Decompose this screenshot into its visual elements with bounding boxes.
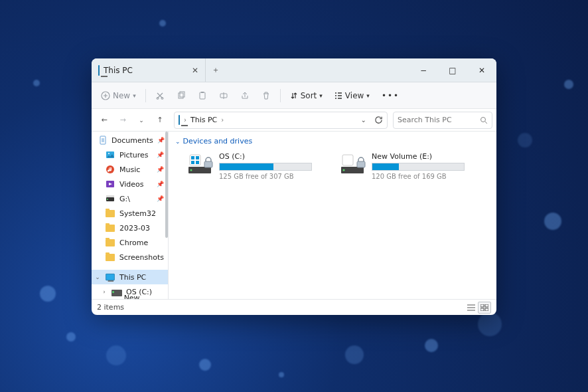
share-button[interactable] bbox=[235, 88, 255, 103]
tab-thispc[interactable]: This PC ✕ bbox=[92, 58, 206, 82]
svg-rect-21 bbox=[196, 156, 199, 159]
back-button[interactable]: ← bbox=[96, 112, 113, 129]
sidebar-item[interactable]: Pictures 📌 bbox=[92, 147, 168, 162]
folder-icon bbox=[105, 208, 115, 219]
sidebar-item[interactable]: Documents 📌 bbox=[92, 133, 168, 147]
svg-rect-24 bbox=[204, 161, 212, 167]
tab-close-icon[interactable]: ✕ bbox=[192, 66, 198, 75]
paste-button[interactable] bbox=[192, 88, 212, 103]
drive-free-text: 120 GB free of 169 GB bbox=[372, 173, 467, 180]
svg-rect-20 bbox=[191, 156, 194, 159]
svg-rect-31 bbox=[480, 308, 484, 311]
explorer-window: This PC ✕ ＋ − □ ✕ New ▾ Sort ▾ bbox=[92, 58, 496, 315]
drive-usage-bar bbox=[372, 163, 465, 171]
plus-circle-icon bbox=[101, 91, 110, 100]
svg-point-8 bbox=[481, 117, 486, 122]
sidebar-item-label: Chrome bbox=[119, 239, 148, 247]
chevron-down-icon[interactable]: ⌄ bbox=[94, 274, 101, 280]
sort-label: Sort bbox=[301, 91, 317, 100]
svg-point-18 bbox=[190, 169, 192, 171]
tiles-view-toggle[interactable] bbox=[478, 302, 491, 314]
sidebar-item[interactable]: 2023-03 bbox=[92, 221, 168, 235]
drive-icon bbox=[340, 152, 366, 176]
chevron-down-icon[interactable]: ⌄ bbox=[361, 116, 366, 124]
rename-button[interactable] bbox=[214, 88, 234, 103]
breadcrumb-location: This PC bbox=[190, 116, 217, 124]
folder-icon bbox=[105, 223, 115, 233]
sidebar-item-label: Videos bbox=[119, 180, 144, 189]
svg-point-26 bbox=[343, 169, 345, 171]
breadcrumb[interactable]: › This PC › ⌄ bbox=[174, 112, 388, 129]
drive-usage-bar bbox=[219, 163, 312, 171]
pin-icon: 📌 bbox=[157, 181, 164, 187]
cut-button[interactable] bbox=[150, 88, 170, 103]
view-label: View bbox=[345, 91, 364, 100]
svg-rect-16 bbox=[106, 195, 114, 197]
sidebar-item[interactable]: Chrome bbox=[92, 235, 168, 250]
disk-icon bbox=[111, 286, 122, 297]
svg-rect-29 bbox=[480, 304, 484, 307]
details-view-toggle[interactable] bbox=[465, 302, 478, 314]
address-bar: ← → ⌄ ↑ › This PC › ⌄ bbox=[92, 109, 496, 132]
new-tab-button[interactable]: ＋ bbox=[206, 58, 226, 82]
chevron-down-icon: ⌄ bbox=[175, 138, 181, 145]
svg-rect-23 bbox=[196, 161, 199, 164]
drive-name: OS (C:) bbox=[219, 152, 315, 161]
sidebar-item-label: New Volume (E:) bbox=[124, 294, 164, 300]
status-count: 2 items bbox=[97, 303, 124, 312]
chevron-down-icon: ▾ bbox=[319, 92, 323, 99]
group-header-devices[interactable]: ⌄ Devices and drives bbox=[169, 136, 496, 149]
copy-button[interactable] bbox=[171, 88, 191, 103]
drive-free-text: 125 GB free of 307 GB bbox=[219, 173, 315, 180]
search-input[interactable] bbox=[398, 116, 476, 124]
doc-icon bbox=[98, 135, 108, 146]
new-label: New bbox=[113, 91, 130, 100]
sidebar-item[interactable]: G:\ 📌 bbox=[92, 191, 168, 206]
maximize-button[interactable]: □ bbox=[438, 58, 467, 82]
pc-icon bbox=[105, 272, 115, 282]
sidebar-item[interactable]: Music 📌 bbox=[92, 162, 168, 177]
content-pane: ⌄ Devices and drives OS (C:) 125 GB free… bbox=[169, 132, 496, 299]
rename-icon bbox=[219, 91, 228, 100]
up-button[interactable]: ↑ bbox=[151, 112, 169, 129]
recent-chevron[interactable]: ⌄ bbox=[133, 112, 150, 129]
drive-tile[interactable]: New Volume (E:) 120 GB free of 169 GB bbox=[337, 149, 470, 183]
refresh-button[interactable] bbox=[374, 116, 383, 124]
new-button[interactable]: New ▾ bbox=[96, 88, 141, 103]
pin-icon: 📌 bbox=[157, 195, 164, 202]
toolbar: New ▾ Sort ▾ View ▾ ••• bbox=[92, 82, 496, 109]
delete-icon bbox=[261, 91, 271, 100]
sidebar-item[interactable]: System32 bbox=[92, 206, 168, 221]
svg-rect-5 bbox=[200, 92, 205, 99]
chevron-right-icon[interactable]: › bbox=[101, 288, 108, 295]
sidebar-item[interactable]: Screenshots bbox=[92, 250, 168, 264]
svg-point-11 bbox=[108, 153, 110, 154]
sort-button[interactable]: Sort ▾ bbox=[285, 88, 328, 103]
svg-rect-22 bbox=[191, 161, 194, 164]
more-button[interactable]: ••• bbox=[376, 88, 405, 103]
sidebar-item-label: 2023-03 bbox=[119, 224, 150, 233]
tab-title: This PC bbox=[104, 66, 133, 75]
view-button[interactable]: View ▾ bbox=[329, 88, 375, 103]
search-box[interactable] bbox=[393, 112, 492, 129]
forward-button[interactable]: → bbox=[114, 112, 131, 129]
delete-button[interactable] bbox=[256, 88, 276, 103]
chevron-right-icon: › bbox=[184, 116, 186, 124]
svg-rect-30 bbox=[485, 304, 488, 307]
sidebar-item-label: Music bbox=[119, 165, 140, 174]
folder-icon bbox=[105, 237, 115, 248]
minimize-button[interactable]: − bbox=[409, 58, 438, 82]
pc-icon bbox=[98, 66, 100, 75]
sidebar-item[interactable]: Videos 📌 bbox=[92, 177, 168, 191]
sort-icon bbox=[290, 92, 298, 100]
cut-icon bbox=[155, 91, 165, 100]
drive-icon bbox=[187, 152, 214, 176]
svg-point-15 bbox=[107, 199, 108, 200]
drive-name: New Volume (E:) bbox=[372, 152, 467, 161]
close-button[interactable]: ✕ bbox=[467, 58, 496, 82]
search-icon bbox=[480, 116, 488, 124]
sidebar-item-thispc[interactable]: ⌄ This PC bbox=[92, 270, 168, 284]
drive-tile[interactable]: OS (C:) 125 GB free of 307 GB bbox=[184, 149, 317, 183]
pc-icon bbox=[179, 116, 180, 124]
video-icon bbox=[105, 179, 115, 189]
